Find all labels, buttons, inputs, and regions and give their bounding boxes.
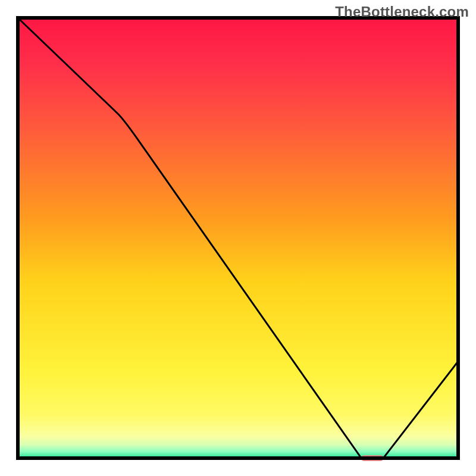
plot-background xyxy=(18,18,458,458)
watermark-text: TheBottleneck.com xyxy=(335,4,469,20)
bottleneck-curve-chart xyxy=(0,0,476,476)
chart-container: TheBottleneck.com xyxy=(0,0,476,476)
